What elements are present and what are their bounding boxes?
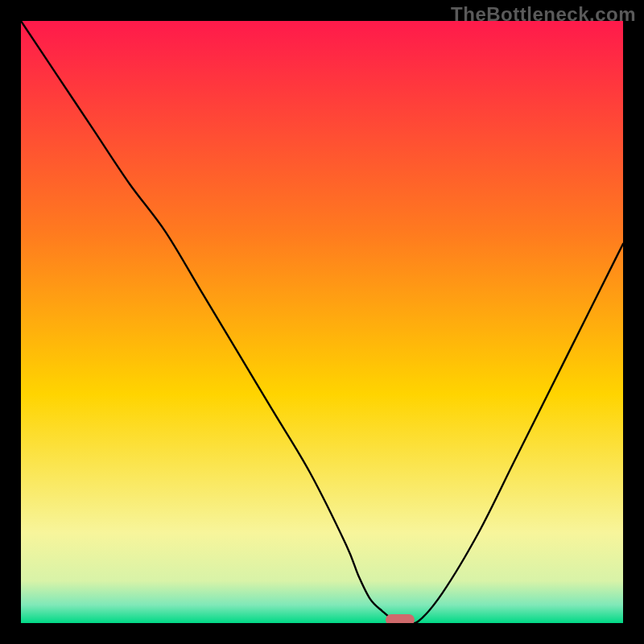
watermark-label: TheBottleneck.com: [451, 3, 636, 26]
plot-area: [21, 21, 623, 623]
chart-frame: TheBottleneck.com: [0, 0, 644, 644]
optimal-point-marker: [386, 614, 415, 623]
curve-path: [21, 21, 623, 623]
bottleneck-curve: [21, 21, 623, 623]
